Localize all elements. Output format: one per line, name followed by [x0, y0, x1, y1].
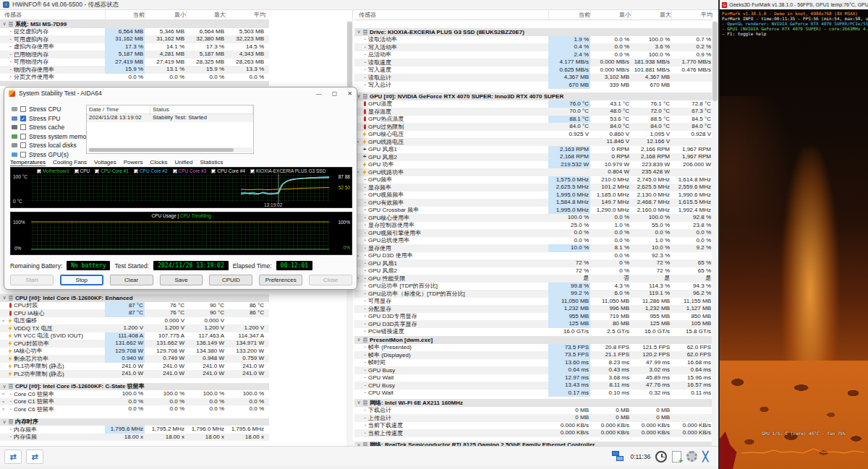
sensor-row[interactable]: >◔GPU D3D 使用率0.0 %92.3 % — [354, 252, 712, 260]
checkbox[interactable] — [20, 134, 26, 139]
stop-button[interactable]: Stop — [60, 275, 103, 285]
expand-chevron-icon[interactable]: > — [0, 319, 7, 323]
sensor-row[interactable]: ◔GPU有效频率1,584.8 MHz149.7 MHz2,468.7 MHz1… — [354, 199, 712, 207]
tab-temperatures[interactable]: Temperatures — [10, 159, 46, 166]
sensor-row[interactable]: ◔显存控制器使用率25.0 %1.0 %55.0 %23.8 % — [354, 222, 712, 230]
test-log-listview[interactable]: Date / Time Status 2024/11/28 13:19:02 S… — [86, 105, 254, 154]
checkbox[interactable] — [20, 106, 26, 112]
section-header-drive[interactable]: ∨Drive: KIOXIA-EXCERIA PLUS G3 SSD (8EUK… — [354, 28, 712, 36]
section-header-cstate[interactable]: ∨CPU [#0]: Intel Core i5-12600KF: C-Stat… — [0, 383, 269, 391]
section-header-gpu[interactable]: ∨GPU [#0]: NVIDIA GeForce RTX 4070 SUPER… — [354, 92, 712, 100]
report-icon[interactable] — [672, 451, 681, 462]
sensor-row[interactable]: >GPU线路功率0.804 W235.428 W — [354, 168, 712, 176]
tab-voltages[interactable]: Voltages — [94, 159, 116, 166]
expand-chevron-icon[interactable]: > — [0, 400, 7, 404]
sensor-row[interactable]: ◔GPU 风扇272 %0 %72 %65 % — [354, 267, 712, 275]
tab-cooling-fans[interactable]: Cooling Fans — [53, 159, 87, 166]
col-max[interactable]: 最大 — [186, 10, 226, 20]
sensor-row[interactable]: ◔GPU 风扇172 %0 %72 %65 % — [354, 259, 712, 267]
sensor-row[interactable]: +GPU 风扇12,163 RPM0 RPM2,166 RPM1,967 RPM — [354, 146, 712, 154]
sensor-row[interactable]: ◔物理内存使用率15.9 %13.1 %15.9 %13.3 % — [0, 66, 269, 74]
checkbox[interactable] — [20, 152, 26, 158]
section-header-sys[interactable]: ∨系统: MSI MS-7D99 — [0, 20, 269, 28]
sensor-row[interactable]: >◔Core C6 驻留率0.0 %0.0 %0.0 %0.0 % — [0, 405, 269, 413]
col-avg[interactable]: 平均 — [226, 10, 265, 20]
col-max[interactable]: 最大 — [631, 10, 671, 20]
sensor-row[interactable]: ◔CPU Wait0.17 ms0.10 ms0.32 ms0.11 ms — [354, 390, 712, 397]
close-x-icon[interactable]: ╳ — [702, 451, 708, 462]
expand-chevron-icon[interactable]: > — [0, 392, 7, 396]
sensor-row[interactable]: ◔PCIe链接速度16.0 GT/s2.5 GT/s16.0 GT/s15.8 … — [354, 328, 712, 336]
sensor-row[interactable]: ◔上传总计0 MB0 MB0 MB — [354, 414, 712, 422]
checkbox[interactable]: ✓ — [20, 116, 26, 121]
sensor-row[interactable]: ◔已用物理内存5,187 MB4,281 MB5,187 MB4,343 MB — [0, 51, 269, 59]
sensor-row[interactable]: GPU 功率219.532 W10.979 W223.839 W206.000 … — [354, 161, 712, 169]
sensor-row[interactable]: GPU核心电压0.925 V0.860 V1.095 V0.928 V — [354, 131, 712, 139]
sensor-row[interactable]: ◔虚拟内存使用率17.3 %14.1 %17.3 %14.5 % — [0, 43, 269, 51]
maximize-icon[interactable]: ▢ — [332, 90, 338, 97]
network-transfer-icon[interactable] — [612, 451, 625, 462]
section-header-mem[interactable]: ∨内存时序 — [0, 418, 269, 426]
sensor-row[interactable]: GPU热点温度88.1 °C53.6 °C88.5 °C84.5 °C — [354, 116, 712, 124]
clock-icon[interactable] — [655, 451, 667, 462]
save-button[interactable]: Save — [160, 275, 203, 285]
sensor-row[interactable]: >◔Core C0 驻留率100.0 %100.0 %100.0 %100.0 … — [0, 390, 269, 398]
sensor-row[interactable]: >◔GPU 性能受限是否是是 — [354, 275, 712, 283]
sensor-row[interactable]: ◔CPU Busy13.43 ms8.11 ms47.76 ms16.57 ms — [354, 382, 712, 390]
sensor-row[interactable]: ◔帧率 (Presented)73.5 FPS20.8 FPS121.5 FPS… — [354, 344, 712, 352]
expand-chevron-icon[interactable]: > — [0, 407, 7, 411]
sensor-row[interactable]: ◔写入速度0.625 MB/s0.000 MB/s101.881 MB/s0.4… — [354, 66, 712, 74]
sensor-row[interactable]: 剩余芯片功率0.940 W0.749 W0.948 W0.759 W — [0, 355, 269, 363]
tab-unified[interactable]: Unified — [174, 159, 192, 166]
col-min[interactable]: 最小 — [145, 10, 186, 20]
sensor-row[interactable]: PL2功率限制 (静态)241.0 W241.0 W241.0 W241.0 W — [0, 370, 269, 378]
sensor-row[interactable]: ◔可用显存11,050 MB11,050 MB11,286 MB11,155 M… — [354, 298, 712, 306]
sensor-row[interactable]: 显存温度70.0 °C48.0 °C72.0 °C67.3 °C — [354, 108, 712, 116]
sensor-row[interactable]: ◔内存频率1,795.6 MHz1,795.2 MHz1,796.0 MHz1,… — [0, 426, 269, 434]
sensor-row[interactable]: ◔GPU视频引擎使用率0.0 %0.0 %0.0 %0.0 % — [354, 229, 712, 237]
sensor-row[interactable]: ◔当前下载速度0.000 KB/s0.000 KB/s0.000 KB/s0.0… — [354, 422, 712, 430]
sensor-row[interactable]: ◔总活动率2.4 %0.0 %100.0 %0.9 % — [354, 51, 712, 59]
log-row[interactable]: 2024/11/28 13:19:02 Stability Test: Star… — [87, 114, 253, 122]
sensor-row[interactable]: CPU封装87 °C76 °C90 °C86 °C — [0, 302, 269, 310]
checkbox[interactable] — [20, 142, 26, 148]
sensor-row[interactable]: GPU过热限制84.0 °C84.0 °C84.0 °C84.0 °C — [354, 123, 712, 131]
sensor-row[interactable]: CPU封装功率131.662 W131.662 W136.149 W134.97… — [0, 340, 269, 348]
sensor-row[interactable]: ◔GPU D3D专用显存955 MB719 MB955 MB850 MB — [354, 313, 712, 321]
sensor-row[interactable]: ◔GPU Wait12.97 ms3.68 ms45.89 ms15.96 ms — [354, 374, 712, 382]
tab-powers[interactable]: Powers — [124, 159, 143, 166]
col-avg[interactable]: 平均 — [671, 10, 712, 20]
sensor-row[interactable]: ◔读取总计4,367 MB3,102 MB4,367 MB — [354, 74, 712, 82]
sensor-row[interactable]: >◔Core C1 驻留率0.0 %0.0 %0.0 %0.0 % — [0, 398, 269, 406]
sensor-row[interactable]: IA核心功率129.708 W129.708 W134.380 W133.200… — [0, 348, 269, 356]
next-page-button[interactable]: ⇄ — [26, 449, 43, 464]
tab-statistics[interactable]: Statistics — [200, 159, 223, 166]
clear-button[interactable]: Clear — [110, 275, 153, 285]
sensor-row[interactable]: ◔分页文件使用率0.0 %0.0 %0.0 %0.0 % — [0, 74, 269, 82]
sensor-row[interactable]: ◔写入总计670 MB339 MB670 MB — [354, 82, 712, 90]
sensor-row[interactable]: ◔GPU总功率 [TDP的百分比]99.8 %4.3 %114.3 %94.3 … — [354, 283, 712, 291]
sensor-row[interactable]: +GPU 风扇22,168 RPM0 RPM2,168 RPM1,967 RPM — [354, 153, 712, 161]
close-icon[interactable]: ✕ — [347, 90, 352, 97]
log-col-datetime[interactable]: Date / Time — [87, 106, 150, 113]
sensor-row[interactable]: VR VCC 电流 (SVID IOUT)111.408 A107.775 A1… — [0, 332, 269, 340]
sensor-row[interactable]: >GPU线路电压11.846 V12.166 V — [354, 138, 712, 146]
sensor-row[interactable]: ◔GPU Crossbar 频率1,995.0 MHz1,290.0 MHz2,… — [354, 207, 712, 215]
sensor-row[interactable]: ◔读取速度4.177 MB/s0.000 MB/s181.938 MB/s1.7… — [354, 59, 712, 66]
sensor-row[interactable]: >电压偏移0.000 V0.000 V — [0, 317, 269, 325]
sensor-row[interactable]: ◔显存使用10.0 %8.1 %10.0 %9.2 % — [354, 244, 712, 252]
checkbox[interactable] — [20, 124, 26, 130]
cpuid-button[interactable]: CPUID — [209, 275, 252, 285]
sensor-row[interactable]: ◔读取活动率1.9 %0.0 %100.0 %0.7 % — [354, 36, 712, 44]
preferences-button[interactable]: Preferences — [259, 275, 302, 285]
sensor-row[interactable]: ◔GPU核心使用率100.0 %0.0 %100.0 %92.8 % — [354, 214, 712, 222]
col-current[interactable]: 当前 — [105, 10, 145, 20]
prev-page-button[interactable]: ⇄ — [4, 449, 22, 464]
sensor-row[interactable]: ◔写入活动率0.4 %0.0 %3.6 %0.2 % — [354, 43, 712, 51]
sensor-row[interactable]: ◔帧率 (Displayed)73.5 FPS21.1 FPS120.2 FPS… — [354, 351, 712, 359]
sensor-row[interactable]: PL1功率限制 (静态)241.0 W241.0 W241.0 W241.0 W — [0, 363, 269, 371]
sensor-row[interactable]: GPU温度76.0 °C43.1 °C76.1 °C72.8 °C — [354, 100, 712, 108]
sensor-row[interactable]: ◔GPU总线使用率0.0 %0.0 %1.0 %0.0 % — [354, 237, 712, 245]
sensor-row[interactable]: ◔GPU视频频率1,995.0 MHz1,185.0 MHz2,130.0 MH… — [354, 192, 712, 199]
tab-clocks[interactable]: Clocks — [150, 159, 167, 166]
